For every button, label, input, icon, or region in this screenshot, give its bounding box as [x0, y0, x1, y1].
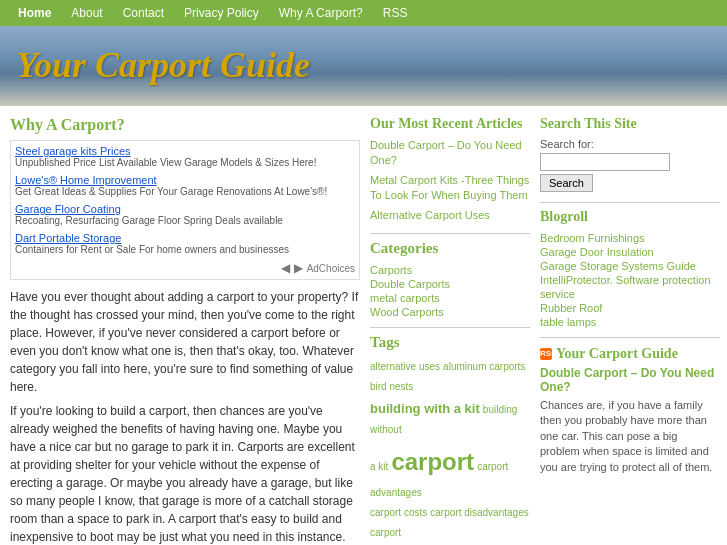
nav-item-home[interactable]: Home — [8, 4, 61, 22]
blogroll-link-1[interactable]: Garage Door Insulation — [540, 246, 654, 258]
blogroll-list: Bedroom Furnishings Garage Door Insulati… — [540, 231, 720, 329]
site-title: Your Carport Guide — [16, 44, 711, 86]
content-wrapper: Why A Carport? Steel garage kits Prices … — [0, 106, 727, 545]
blogroll-title: Blogroll — [540, 209, 720, 225]
ad-arrows[interactable]: ◀ ▶ — [281, 261, 302, 275]
nav-item-privacy-policy[interactable]: Privacy Policy — [174, 4, 269, 22]
tag-building-with-kit[interactable]: building with a kit — [370, 401, 480, 416]
main-text: Have you ever thought about adding a car… — [10, 288, 360, 545]
ad-item-2: Lowe's® Home Improvement Get Great Ideas… — [15, 174, 355, 197]
blogroll-item-2: Garage Storage Systems Guide — [540, 259, 720, 273]
ads-block: Steel garage kits Prices Unpublished Pri… — [10, 140, 360, 280]
article-link-2[interactable]: Alternative Carport Uses — [370, 208, 530, 223]
tags-cloud: alternative uses aluminum carports bird … — [370, 357, 530, 545]
blogroll-section: Blogroll Bedroom Furnishings Garage Door… — [540, 209, 720, 329]
blogroll-item-4: Rubber Roof — [540, 301, 720, 315]
search-button[interactable]: Search — [540, 174, 593, 192]
category-link-1[interactable]: Double Carports — [370, 278, 450, 290]
main-para-1: Have you ever thought about adding a car… — [10, 288, 360, 396]
ad-item-1: Steel garage kits Prices Unpublished Pri… — [15, 145, 355, 168]
blogroll-item-1: Garage Door Insulation — [540, 245, 720, 259]
category-link-0[interactable]: Carports — [370, 264, 412, 276]
blogroll-link-4[interactable]: Rubber Roof — [540, 302, 602, 314]
ad-desc-1: Unpublished Price List Available View Ga… — [15, 157, 355, 168]
right-column: Search This Site Search for: Search Blog… — [540, 116, 720, 545]
left-column: Why A Carport? Steel garage kits Prices … — [10, 116, 360, 545]
ad-link-2[interactable]: Lowe's® Home Improvement — [15, 174, 157, 186]
categories-title: Categories — [370, 240, 530, 257]
ad-link-3[interactable]: Garage Floor Coating — [15, 203, 121, 215]
search-for-label: Search for: — [540, 138, 720, 150]
rss-icon: RSS — [540, 348, 552, 360]
tag-aluminum-carports[interactable]: aluminum carports — [443, 361, 525, 372]
ad-desc-3: Recoating, Resurfacing Garage Floor Spri… — [15, 215, 355, 226]
yourcg-title-row: RSS Your Carport Guide — [540, 346, 720, 362]
yourcg-article-link[interactable]: Double Carport – Do You Need One? — [540, 366, 714, 394]
blogroll-item-5: table lamps — [540, 315, 720, 329]
nav-item-why-a-carport?[interactable]: Why A Carport? — [269, 4, 373, 22]
category-link-2[interactable]: metal carports — [370, 292, 440, 304]
divider-4 — [540, 337, 720, 338]
blogroll-link-0[interactable]: Bedroom Furnishings — [540, 232, 645, 244]
blogroll-item-0: Bedroom Furnishings — [540, 231, 720, 245]
ad-choices-label: AdChoices — [307, 263, 355, 274]
divider-1 — [370, 233, 530, 234]
category-item-3: Wood Carports — [370, 305, 530, 319]
category-item-1: Double Carports — [370, 277, 530, 291]
tag-carport-disadvantages[interactable]: carport disadvantages — [430, 507, 528, 518]
articles-list: Double Carport – Do You Need One? Metal … — [370, 138, 530, 223]
search-title: Search This Site — [540, 116, 720, 132]
category-item-0: Carports — [370, 263, 530, 277]
navbar: HomeAboutContactPrivacy PolicyWhy A Carp… — [0, 0, 727, 26]
blogroll-item-3: IntelliProtector. Software protection se… — [540, 273, 720, 301]
tags-section: Tags alternative uses aluminum carports … — [370, 334, 530, 545]
articles-title: Our Most Recent Articles — [370, 116, 530, 132]
blogroll-link-2[interactable]: Garage Storage Systems Guide — [540, 260, 696, 272]
category-item-2: metal carports — [370, 291, 530, 305]
search-section: Search This Site Search for: Search — [540, 116, 720, 192]
why-carport-title: Why A Carport? — [10, 116, 360, 134]
yourcg-section-title: Your Carport Guide — [556, 346, 678, 362]
tag-carport-costs[interactable]: carport costs — [370, 507, 427, 518]
yourcg-section: RSS Your Carport Guide Double Carport – … — [540, 346, 720, 475]
ad-link-4[interactable]: Dart Portable Storage — [15, 232, 121, 244]
ad-item-3: Garage Floor Coating Recoating, Resurfac… — [15, 203, 355, 226]
article-link-0[interactable]: Double Carport – Do You Need One? — [370, 138, 530, 169]
categories-list: Carports Double Carports metal carports … — [370, 263, 530, 319]
middle-column: Our Most Recent Articles Double Carport … — [370, 116, 530, 545]
category-link-3[interactable]: Wood Carports — [370, 306, 444, 318]
search-input[interactable] — [540, 153, 670, 171]
yourcg-article-text: Chances are, if you have a family then y… — [540, 398, 720, 475]
divider-3 — [540, 202, 720, 203]
blogroll-link-3[interactable]: IntelliProtector. Software protection se… — [540, 274, 711, 300]
nav-item-contact[interactable]: Contact — [113, 4, 174, 22]
ad-item-4: Dart Portable Storage Containers for Ren… — [15, 232, 355, 255]
article-link-1[interactable]: Metal Carport Kits -Three Things To Look… — [370, 173, 530, 204]
tag-a-kit[interactable]: a kit — [370, 461, 388, 472]
tags-title: Tags — [370, 334, 530, 351]
main-para-2: If you're looking to build a carport, th… — [10, 402, 360, 545]
tag-carport[interactable]: carport — [391, 448, 474, 475]
tag-carport-kits[interactable]: carport — [370, 527, 401, 538]
ad-link-1[interactable]: Steel garage kits Prices — [15, 145, 131, 157]
ad-desc-2: Get Great Ideas & Supplies For Your Gara… — [15, 186, 355, 197]
site-header: Your Carport Guide — [0, 26, 727, 106]
blogroll-link-5[interactable]: table lamps — [540, 316, 596, 328]
ad-desc-4: Containers for Rent or Sale For home own… — [15, 244, 355, 255]
divider-2 — [370, 327, 530, 328]
ad-footer: ◀ ▶ AdChoices — [15, 261, 355, 275]
tag-bird-nests[interactable]: bird nests — [370, 381, 413, 392]
nav-item-rss[interactable]: RSS — [373, 4, 418, 22]
tag-alternative-uses[interactable]: alternative uses — [370, 361, 440, 372]
nav-item-about[interactable]: About — [61, 4, 112, 22]
